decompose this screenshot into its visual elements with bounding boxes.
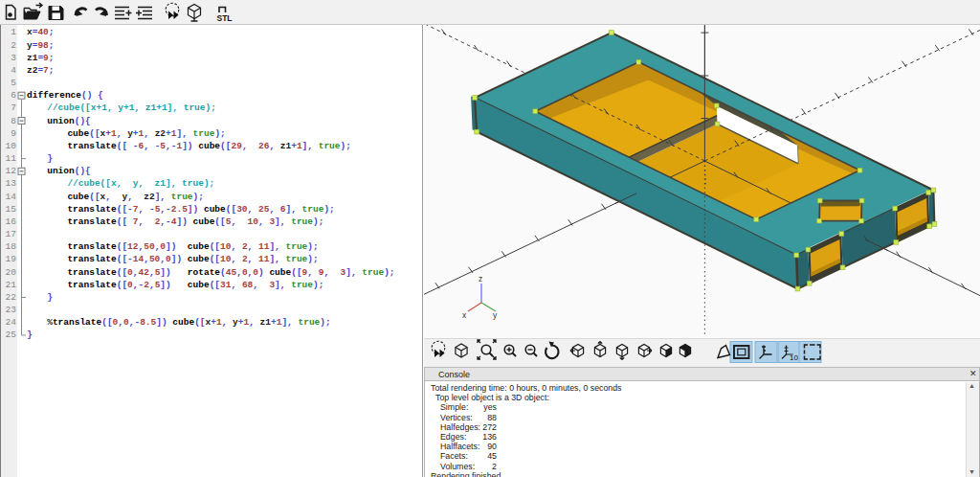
svg-text:10: 10 [790, 353, 798, 362]
svg-text:z: z [479, 274, 482, 284]
